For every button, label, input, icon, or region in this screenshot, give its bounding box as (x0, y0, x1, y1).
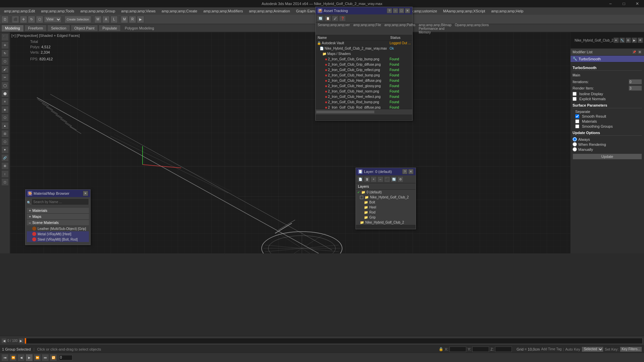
lt-bevel[interactable]: ◈ (1, 106, 9, 113)
autokey-dropdown[interactable]: Selected All (582, 347, 603, 352)
ts-explicit-normals-label-row[interactable]: Explicit Normals (573, 97, 606, 101)
lp-btn-new[interactable]: 📄 (357, 176, 363, 182)
table-row[interactable]: 📄 Nike_Hybrid_Golf_Club_2_max_vray.max O… (316, 46, 412, 51)
mat-panel-close[interactable]: ✕ (83, 191, 88, 196)
ts-isoline-checkbox[interactable] (573, 92, 577, 96)
ts-smoothing-groups-checkbox[interactable] (575, 124, 579, 128)
ap-btn-2[interactable]: 📋 (324, 15, 331, 21)
toolbar-material[interactable]: M (121, 16, 128, 23)
ap-bitmap[interactable]: amp;amp;amp;Bitmap Performance and Memor… (419, 23, 451, 34)
lp-btn-add[interactable]: + (371, 176, 377, 182)
toolbar-scale[interactable]: ⬡ (36, 16, 43, 23)
table-row[interactable]: ■ 2_Iron_Golf_Club_Grip_bump.png Found (316, 57, 412, 62)
ap-file[interactable]: amp;amp;amp;File (353, 23, 381, 34)
maximize-button[interactable]: □ (617, 0, 631, 7)
menu-create[interactable]: amp;amp;amp;Create (159, 8, 200, 14)
table-row[interactable]: ■ 2_Iron_Golf_Club_Heel_glossy.png Found (316, 83, 412, 89)
pb-goto-end[interactable]: ⏭ (42, 354, 49, 361)
toolbar-layer[interactable]: L (110, 16, 118, 23)
lp-btn-delete[interactable]: 🗑 (364, 176, 370, 182)
list-item[interactable]: 📁 Grip (356, 215, 416, 220)
scene-materials-section-header[interactable]: – Scene Materials (27, 220, 89, 225)
table-row[interactable]: ■ 2_Iron_Golf_Club_Heel_bump.png Found (316, 73, 412, 78)
tab-modeling[interactable]: Modeling (1, 25, 24, 32)
lt-align2[interactable]: ≡ (1, 98, 9, 105)
lt-separate[interactable]: ◻ (1, 178, 9, 186)
pb-goto-start[interactable]: ⏮ (1, 354, 9, 361)
menu-maxscript[interactable]: MAamp;amp;amp;XScript (440, 8, 488, 14)
lt-cut[interactable]: ✂ (1, 74, 9, 81)
list-item[interactable]: Steel (VRayMtl) [Bolt, Rod] (27, 237, 89, 242)
minimize-button[interactable]: – (604, 0, 617, 7)
ap-server[interactable]: Seramp;amp;amp;ver (318, 23, 350, 34)
lt-inset[interactable]: ⬠ (1, 114, 9, 121)
ts-render-iters-input[interactable] (629, 85, 642, 91)
lt-select[interactable]: ⬛ (1, 34, 9, 41)
modifier-pin-icon[interactable]: 📌 (632, 50, 637, 54)
asset-panel-help[interactable]: ? (387, 8, 392, 13)
mat-search-input[interactable] (32, 198, 89, 205)
ts-always-label-row[interactable]: Always (573, 137, 590, 141)
rp-nav-hierarchy[interactable]: ⚙ (626, 38, 631, 43)
modifier-config-icon[interactable]: ⚙ (637, 50, 642, 54)
lp-btn-remove[interactable]: – (377, 176, 383, 182)
pb-loop[interactable]: 🔁 (50, 354, 57, 361)
ts-smooth-result-label-row[interactable]: Smooth Result (575, 114, 606, 118)
asset-panel-minimize[interactable]: – (393, 8, 398, 13)
lt-collapse[interactable]: ▼ (1, 146, 9, 154)
lt-weld[interactable]: ⬡ (1, 138, 9, 145)
toolbar-render-setup[interactable]: R (129, 16, 136, 23)
toolbar-new[interactable]: 🗋 (1, 16, 9, 23)
lt-rotate[interactable]: ↻ (1, 50, 9, 57)
list-item[interactable]: Leather (Multi/Sub-Object) [Grip] (27, 226, 89, 231)
ts-isoline-label-row[interactable]: Isoline Display (573, 92, 603, 96)
frame-input[interactable] (59, 355, 72, 360)
pb-next-frame[interactable]: ⏩ (34, 354, 41, 361)
list-item[interactable]: 📁 Nike_Hybrid_Golf_Club_2 (356, 195, 416, 200)
table-row[interactable]: ■ 2_Iron_Golf_Club_Heel_reflect.png Foun… (316, 94, 412, 100)
lp-btn-settings[interactable]: ⚙ (397, 176, 404, 182)
rp-nav-display[interactable]: 👁 (638, 38, 643, 43)
toolbar-rotate[interactable]: ↻ (28, 16, 35, 23)
list-item[interactable]: ✓ 📁 0 (default) (356, 190, 416, 195)
toolbar-mirror[interactable]: M (94, 16, 102, 23)
ts-iterations-input[interactable] (629, 79, 642, 84)
asset-panel-maximize[interactable]: □ (399, 8, 404, 13)
rp-nav-create[interactable]: ✦ (613, 38, 619, 43)
table-row[interactable]: 🔒 Autodesk Vault Logged Out ... (316, 41, 412, 46)
ts-always-radio[interactable] (573, 137, 577, 141)
lt-bridge[interactable]: ⊟ (1, 130, 9, 137)
key-filters-button[interactable]: Key Filters... (620, 347, 642, 352)
list-item[interactable]: 📁 Bolt (356, 200, 416, 205)
lp-btn-select[interactable]: ⬛ (384, 176, 390, 182)
lt-snap[interactable]: ⬤ (1, 90, 9, 97)
toolbar-align[interactable]: A (102, 16, 110, 23)
viewport-3d[interactable]: [+] [Perspective] [Shaded + Edged Faces]… (10, 32, 570, 253)
ts-manually-radio[interactable] (573, 147, 577, 152)
ts-materials-label-row[interactable]: Materials (575, 119, 597, 123)
pb-prev-frame[interactable]: ⏪ (9, 354, 17, 361)
table-row[interactable]: ■ 2_Iron_Golf_Club_Heel_diffuse.png Foun… (316, 78, 412, 83)
list-item[interactable]: 📁 Rod (356, 210, 416, 215)
lt-loop[interactable]: ◯ (1, 82, 9, 89)
tab-freeform[interactable]: Freeform (24, 25, 47, 32)
lt-detach[interactable]: ⊞ (1, 162, 9, 170)
tab-object-paint[interactable]: Object Paint (71, 25, 98, 32)
lt-scale[interactable]: ⬡ (1, 58, 9, 65)
menu-edit[interactable]: amp;amp;amp;Edit (1, 8, 38, 14)
list-item[interactable]: Metal (VRayMtl) [Heel] (27, 231, 89, 237)
modifier-entry-turbosmooth[interactable]: 🔧 TurboSmooth (571, 56, 644, 62)
lp-btn-refresh[interactable]: 🔄 (391, 176, 397, 182)
ts-smoothing-groups-label-row[interactable]: Smoothing Groups (575, 124, 613, 128)
rp-nav-modify[interactable]: 🔧 (620, 38, 625, 43)
layer-panel-help[interactable]: ? (402, 169, 408, 174)
menu-views[interactable]: amp;amp;amp;Views (118, 8, 158, 14)
table-row[interactable]: ■ 2_Iron_Golf_Club_Grip_reflect.png Foun… (316, 67, 412, 73)
ts-explicit-normals-checkbox[interactable] (573, 97, 577, 101)
menu-group[interactable]: amp;amp;amp;Group (77, 8, 118, 14)
pb-play-reverse[interactable]: ◀ (17, 354, 25, 361)
tab-populate[interactable]: Populate (99, 25, 120, 32)
ap-btn-3[interactable]: 🖊 (332, 15, 338, 21)
table-row[interactable]: ■ 2_Iron_Golf_Club_Grip_diffuse.png Foun… (316, 62, 412, 67)
table-row[interactable]: 📁 Maps / Shaders (316, 51, 412, 57)
